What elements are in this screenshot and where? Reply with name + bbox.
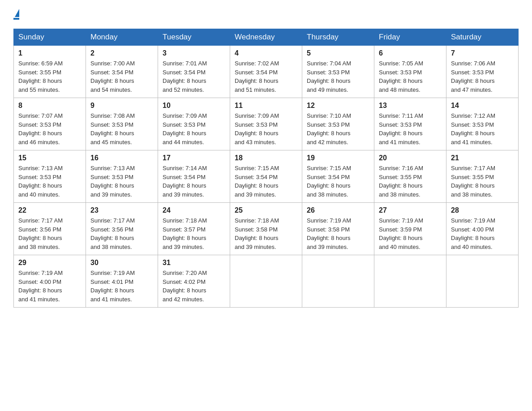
day-number: 2	[90, 49, 153, 57]
calendar-header-row: SundayMondayTuesdayWednesdayThursdayFrid…	[14, 29, 519, 46]
day-number: 20	[379, 154, 442, 162]
day-info: Sunrise: 7:13 AMSunset: 3:53 PMDaylight:…	[18, 164, 81, 199]
day-number: 6	[379, 49, 442, 57]
day-number: 13	[379, 102, 442, 110]
day-number: 31	[163, 259, 225, 267]
calendar-header-friday: Friday	[374, 29, 446, 46]
calendar-cell	[302, 255, 374, 308]
calendar-week-row: 22 Sunrise: 7:17 AMSunset: 3:56 PMDaylig…	[14, 203, 519, 255]
day-info: Sunrise: 7:15 AMSunset: 3:54 PMDaylight:…	[235, 164, 297, 199]
calendar-cell	[230, 255, 302, 308]
day-info: Sunrise: 7:05 AMSunset: 3:53 PMDaylight:…	[379, 59, 442, 94]
day-number: 8	[18, 102, 81, 110]
calendar-cell: 2 Sunrise: 7:00 AMSunset: 3:54 PMDayligh…	[86, 46, 158, 98]
day-info: Sunrise: 7:09 AMSunset: 3:53 PMDaylight:…	[235, 111, 297, 146]
day-info: Sunrise: 7:01 AMSunset: 3:54 PMDaylight:…	[163, 59, 225, 94]
calendar-cell: 10 Sunrise: 7:09 AMSunset: 3:53 PMDaylig…	[158, 98, 230, 150]
day-info: Sunrise: 7:00 AMSunset: 3:54 PMDaylight:…	[90, 59, 153, 94]
calendar-cell: 7 Sunrise: 7:06 AMSunset: 3:53 PMDayligh…	[446, 46, 519, 98]
day-number: 3	[163, 49, 225, 57]
day-number: 25	[235, 206, 297, 214]
day-info: Sunrise: 7:06 AMSunset: 3:53 PMDaylight:…	[451, 59, 514, 94]
calendar-header-monday: Monday	[86, 29, 158, 46]
calendar-cell: 22 Sunrise: 7:17 AMSunset: 3:56 PMDaylig…	[14, 203, 86, 255]
day-number: 22	[18, 206, 81, 214]
calendar-cell: 30 Sunrise: 7:19 AMSunset: 4:01 PMDaylig…	[86, 255, 158, 308]
day-info: Sunrise: 6:59 AMSunset: 3:55 PMDaylight:…	[18, 59, 81, 94]
day-number: 14	[451, 102, 514, 110]
day-number: 15	[18, 154, 81, 162]
day-info: Sunrise: 7:18 AMSunset: 3:58 PMDaylight:…	[235, 216, 297, 251]
calendar-header-sunday: Sunday	[14, 29, 86, 46]
day-info: Sunrise: 7:04 AMSunset: 3:53 PMDaylight:…	[307, 59, 369, 94]
calendar-cell: 9 Sunrise: 7:08 AMSunset: 3:53 PMDayligh…	[86, 98, 158, 150]
day-number: 10	[163, 102, 225, 110]
calendar-header-saturday: Saturday	[446, 29, 519, 46]
calendar-cell: 28 Sunrise: 7:19 AMSunset: 4:00 PMDaylig…	[446, 203, 519, 255]
calendar-cell: 15 Sunrise: 7:13 AMSunset: 3:53 PMDaylig…	[14, 150, 86, 203]
calendar-cell: 25 Sunrise: 7:18 AMSunset: 3:58 PMDaylig…	[230, 203, 302, 255]
day-number: 26	[307, 206, 369, 214]
day-number: 27	[379, 206, 442, 214]
day-info: Sunrise: 7:10 AMSunset: 3:53 PMDaylight:…	[307, 111, 369, 146]
day-info: Sunrise: 7:19 AMSunset: 3:59 PMDaylight:…	[379, 216, 442, 251]
day-number: 28	[451, 206, 514, 214]
day-info: Sunrise: 7:20 AMSunset: 4:02 PMDaylight:…	[163, 269, 225, 304]
calendar-cell: 4 Sunrise: 7:02 AMSunset: 3:54 PMDayligh…	[230, 46, 302, 98]
calendar-table: SundayMondayTuesdayWednesdayThursdayFrid…	[13, 29, 519, 308]
day-number: 30	[90, 259, 153, 267]
calendar-cell: 21 Sunrise: 7:17 AMSunset: 3:55 PMDaylig…	[446, 150, 519, 203]
day-info: Sunrise: 7:17 AMSunset: 3:55 PMDaylight:…	[451, 164, 514, 199]
day-info: Sunrise: 7:02 AMSunset: 3:54 PMDaylight:…	[235, 59, 297, 94]
day-info: Sunrise: 7:19 AMSunset: 4:00 PMDaylight:…	[451, 216, 514, 251]
calendar-cell: 26 Sunrise: 7:19 AMSunset: 3:58 PMDaylig…	[302, 203, 374, 255]
calendar-cell: 20 Sunrise: 7:16 AMSunset: 3:55 PMDaylig…	[374, 150, 446, 203]
calendar-cell: 31 Sunrise: 7:20 AMSunset: 4:02 PMDaylig…	[158, 255, 230, 308]
page-header	[13, 9, 519, 20]
day-info: Sunrise: 7:13 AMSunset: 3:53 PMDaylight:…	[90, 164, 153, 199]
calendar-header-thursday: Thursday	[302, 29, 374, 46]
day-number: 4	[235, 49, 297, 57]
day-info: Sunrise: 7:17 AMSunset: 3:56 PMDaylight:…	[18, 216, 81, 251]
calendar-cell: 17 Sunrise: 7:14 AMSunset: 3:54 PMDaylig…	[158, 150, 230, 203]
calendar-cell: 16 Sunrise: 7:13 AMSunset: 3:53 PMDaylig…	[86, 150, 158, 203]
calendar-week-row: 1 Sunrise: 6:59 AMSunset: 3:55 PMDayligh…	[14, 46, 519, 98]
calendar-cell: 24 Sunrise: 7:18 AMSunset: 3:57 PMDaylig…	[158, 203, 230, 255]
day-number: 18	[235, 154, 297, 162]
day-info: Sunrise: 7:19 AMSunset: 4:01 PMDaylight:…	[90, 269, 153, 304]
calendar-header-tuesday: Tuesday	[158, 29, 230, 46]
day-info: Sunrise: 7:08 AMSunset: 3:53 PMDaylight:…	[90, 111, 153, 146]
day-info: Sunrise: 7:14 AMSunset: 3:54 PMDaylight:…	[163, 164, 225, 199]
day-info: Sunrise: 7:19 AMSunset: 3:58 PMDaylight:…	[307, 216, 369, 251]
day-number: 12	[307, 102, 369, 110]
calendar-cell: 29 Sunrise: 7:19 AMSunset: 4:00 PMDaylig…	[14, 255, 86, 308]
calendar-cell	[446, 255, 519, 308]
calendar-cell: 3 Sunrise: 7:01 AMSunset: 3:54 PMDayligh…	[158, 46, 230, 98]
day-number: 7	[451, 49, 514, 57]
calendar-cell: 23 Sunrise: 7:17 AMSunset: 3:56 PMDaylig…	[86, 203, 158, 255]
calendar-cell: 19 Sunrise: 7:15 AMSunset: 3:54 PMDaylig…	[302, 150, 374, 203]
logo-underline	[13, 18, 19, 20]
logo-triangle-icon	[15, 9, 19, 17]
day-number: 9	[90, 102, 153, 110]
day-number: 16	[90, 154, 153, 162]
calendar-cell: 1 Sunrise: 6:59 AMSunset: 3:55 PMDayligh…	[14, 46, 86, 98]
calendar-header-wednesday: Wednesday	[230, 29, 302, 46]
calendar-cell: 5 Sunrise: 7:04 AMSunset: 3:53 PMDayligh…	[302, 46, 374, 98]
logo	[13, 9, 19, 20]
calendar-cell: 27 Sunrise: 7:19 AMSunset: 3:59 PMDaylig…	[374, 203, 446, 255]
day-number: 5	[307, 49, 369, 57]
day-number: 11	[235, 102, 297, 110]
day-info: Sunrise: 7:18 AMSunset: 3:57 PMDaylight:…	[163, 216, 225, 251]
day-info: Sunrise: 7:15 AMSunset: 3:54 PMDaylight:…	[307, 164, 369, 199]
calendar-cell: 18 Sunrise: 7:15 AMSunset: 3:54 PMDaylig…	[230, 150, 302, 203]
day-number: 21	[451, 154, 514, 162]
calendar-cell: 14 Sunrise: 7:12 AMSunset: 3:53 PMDaylig…	[446, 98, 519, 150]
day-info: Sunrise: 7:12 AMSunset: 3:53 PMDaylight:…	[451, 111, 514, 146]
day-info: Sunrise: 7:16 AMSunset: 3:55 PMDaylight:…	[379, 164, 442, 199]
calendar-week-row: 15 Sunrise: 7:13 AMSunset: 3:53 PMDaylig…	[14, 150, 519, 203]
calendar-cell: 13 Sunrise: 7:11 AMSunset: 3:53 PMDaylig…	[374, 98, 446, 150]
day-info: Sunrise: 7:17 AMSunset: 3:56 PMDaylight:…	[90, 216, 153, 251]
day-number: 29	[18, 259, 81, 267]
day-info: Sunrise: 7:07 AMSunset: 3:53 PMDaylight:…	[18, 111, 81, 146]
